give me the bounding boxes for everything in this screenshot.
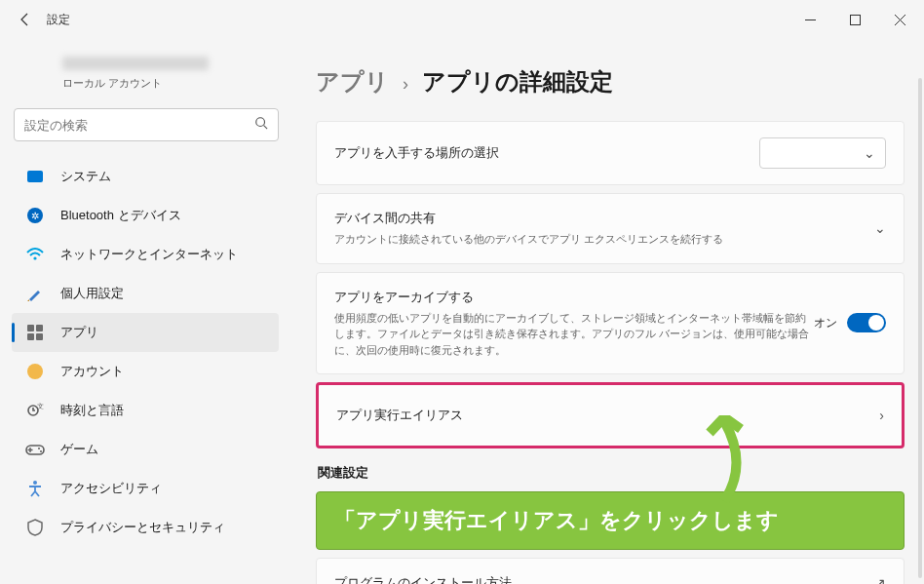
nav-system[interactable]: システム [12, 157, 279, 196]
nav-label: 時刻と言語 [60, 402, 124, 419]
titlebar: 設定 [0, 0, 924, 39]
nav-time[interactable]: 文 時刻と言語 [12, 391, 279, 430]
account-block[interactable]: ローカル アカウント [8, 57, 285, 108]
annotation-callout: 「アプリ実行エイリアス」をクリックします [316, 491, 905, 550]
svg-point-8 [33, 481, 37, 485]
card-title: アプリ実行エイリアス [336, 407, 879, 424]
nav-label: Bluetooth とデバイス [60, 207, 181, 224]
back-button[interactable] [10, 4, 41, 35]
maximize-button[interactable] [832, 4, 877, 35]
annotation-arrow-icon [690, 415, 758, 503]
card-archive: アプリをアーカイブする 使用頻度の低いアプリを自動的にアーカイブして、ストレージ… [316, 272, 905, 375]
card-sub: アカウントに接続されている他のデバイスでアプリ エクスペリエンスを続行する [334, 231, 874, 248]
sidebar: ローカル アカウント システム ✲ Bluetooth とデバイス ネットワーク… [0, 39, 292, 584]
card-share[interactable]: デバイス間の共有 アカウントに接続されている他のデバイスでアプリ エクスペリエン… [316, 193, 905, 264]
window-title: 設定 [47, 12, 70, 28]
apps-icon [25, 323, 45, 342]
card-title: プログラムのインストール方法 [334, 574, 874, 584]
card-app-source[interactable]: アプリを入手する場所の選択 ⌄ [316, 121, 905, 185]
search-icon [254, 116, 268, 134]
close-button[interactable] [877, 4, 922, 35]
svg-text:文: 文 [37, 403, 44, 409]
svg-rect-0 [850, 15, 860, 24]
personalize-icon [25, 284, 45, 303]
card-install[interactable]: プログラムのインストール方法 ↗ [316, 558, 905, 584]
nav-label: プライバシーとセキュリティ [60, 519, 225, 536]
privacy-icon [25, 518, 45, 537]
chevron-down-icon: ⌄ [874, 220, 886, 236]
account-type: ローカル アカウント [62, 76, 271, 91]
svg-point-7 [40, 450, 42, 452]
breadcrumb: アプリ › アプリの詳細設定 [316, 66, 905, 97]
nav-personalize[interactable]: 個人用設定 [12, 274, 279, 313]
nav-label: 個人用設定 [60, 285, 124, 302]
nav-apps[interactable]: アプリ [12, 313, 279, 352]
nav-label: ネットワークとインターネット [60, 246, 238, 263]
annotation-text: 「アプリ実行エイリアス」をクリックします [316, 491, 905, 550]
nav-bluetooth[interactable]: ✲ Bluetooth とデバイス [12, 196, 279, 235]
nav-label: システム [60, 168, 111, 185]
archive-toggle[interactable] [847, 313, 886, 332]
nav-label: アクセシビリティ [60, 480, 162, 497]
card-title: アプリを入手する場所の選択 [334, 144, 759, 162]
search-input[interactable] [24, 118, 254, 133]
accessibility-icon [25, 479, 45, 498]
chevron-down-icon: ⌄ [864, 145, 875, 161]
nav-accessibility[interactable]: アクセシビリティ [12, 469, 279, 508]
breadcrumb-root[interactable]: アプリ [316, 66, 389, 97]
nav-label: ゲーム [60, 441, 98, 458]
card-title: アプリをアーカイブする [334, 289, 814, 306]
breadcrumb-current: アプリの詳細設定 [422, 66, 613, 97]
related-section-label: 関連設定 [318, 464, 903, 482]
search-box[interactable] [14, 108, 279, 141]
account-name-redacted [62, 57, 209, 70]
svg-point-1 [256, 118, 265, 127]
bluetooth-icon: ✲ [25, 206, 45, 225]
nav-label: アプリ [60, 324, 98, 341]
app-source-select[interactable]: ⌄ [759, 137, 886, 169]
nav-label: アカウント [60, 363, 124, 380]
breadcrumb-sep-icon: › [403, 74, 408, 95]
system-icon [25, 167, 45, 186]
chevron-right-icon: › [879, 408, 884, 423]
nav-list: システム ✲ Bluetooth とデバイス ネットワークとインターネット 個人… [8, 157, 285, 576]
scrollbar[interactable] [918, 78, 922, 578]
nav-network[interactable]: ネットワークとインターネット [12, 235, 279, 274]
minimize-button[interactable] [788, 4, 832, 35]
time-icon: 文 [25, 401, 45, 420]
svg-point-2 [33, 256, 36, 259]
external-link-icon: ↗ [874, 575, 886, 584]
card-sub: 使用頻度の低いアプリを自動的にアーカイブして、ストレージ領域とインターネット帯域… [334, 310, 814, 359]
card-title: デバイス間の共有 [334, 210, 874, 227]
nav-privacy[interactable]: プライバシーとセキュリティ [12, 508, 279, 547]
accounts-icon [25, 362, 45, 381]
nav-accounts[interactable]: アカウント [12, 352, 279, 391]
nav-game[interactable]: ゲーム [12, 430, 279, 469]
svg-point-6 [38, 448, 40, 449]
game-icon [25, 440, 45, 459]
network-icon [25, 245, 45, 264]
content-area: アプリ › アプリの詳細設定 アプリを入手する場所の選択 ⌄ デバイス間の共有 … [292, 39, 924, 584]
toggle-label: オン [814, 315, 837, 331]
card-app-alias[interactable]: アプリ実行エイリアス › [316, 382, 905, 448]
